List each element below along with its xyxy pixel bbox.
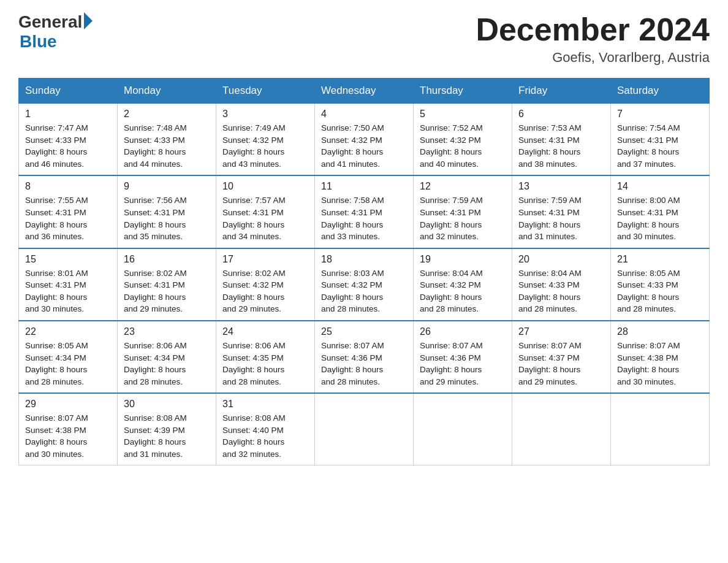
day-number: 28 <box>617 326 703 337</box>
week-row-1: 1 Sunrise: 7:47 AM Sunset: 4:33 PM Dayli… <box>19 104 710 176</box>
calendar-cell: 5 Sunrise: 7:52 AM Sunset: 4:32 PM Dayli… <box>414 104 512 176</box>
day-info: Sunrise: 8:08 AM Sunset: 4:40 PM Dayligh… <box>222 412 308 460</box>
header-sunday: Sunday <box>19 79 118 104</box>
day-number: 25 <box>321 326 407 337</box>
header-thursday: Thursday <box>414 79 512 104</box>
day-number: 6 <box>518 109 604 120</box>
day-number: 29 <box>25 399 111 410</box>
logo: General Blue <box>18 12 93 52</box>
day-number: 15 <box>25 254 111 265</box>
day-number: 23 <box>124 326 210 337</box>
header-saturday: Saturday <box>611 79 710 104</box>
day-info: Sunrise: 8:07 AM Sunset: 4:37 PM Dayligh… <box>518 340 604 388</box>
calendar-cell: 31 Sunrise: 8:08 AM Sunset: 4:40 PM Dayl… <box>216 393 315 465</box>
calendar-cell: 3 Sunrise: 7:49 AM Sunset: 4:32 PM Dayli… <box>216 104 315 176</box>
calendar-cell: 8 Sunrise: 7:55 AM Sunset: 4:31 PM Dayli… <box>19 175 118 248</box>
day-info: Sunrise: 8:07 AM Sunset: 4:38 PM Dayligh… <box>617 340 703 388</box>
logo-blue-text: Blue <box>20 32 57 52</box>
day-number: 1 <box>25 109 111 120</box>
page-header: General Blue December 2024 Goefis, Vorar… <box>18 12 710 66</box>
calendar-cell: 21 Sunrise: 8:05 AM Sunset: 4:33 PM Dayl… <box>611 248 710 321</box>
calendar-cell: 4 Sunrise: 7:50 AM Sunset: 4:32 PM Dayli… <box>315 104 414 176</box>
calendar-cell <box>611 393 710 465</box>
calendar-cell: 20 Sunrise: 8:04 AM Sunset: 4:33 PM Dayl… <box>512 248 611 321</box>
day-info: Sunrise: 7:59 AM Sunset: 4:31 PM Dayligh… <box>518 194 604 242</box>
calendar-cell: 1 Sunrise: 7:47 AM Sunset: 4:33 PM Dayli… <box>19 104 118 176</box>
day-number: 30 <box>124 399 210 410</box>
calendar-cell: 24 Sunrise: 8:06 AM Sunset: 4:35 PM Dayl… <box>216 321 315 393</box>
day-info: Sunrise: 8:07 AM Sunset: 4:36 PM Dayligh… <box>420 340 506 388</box>
day-info: Sunrise: 8:05 AM Sunset: 4:34 PM Dayligh… <box>25 340 111 388</box>
calendar-cell: 30 Sunrise: 8:08 AM Sunset: 4:39 PM Dayl… <box>118 393 216 465</box>
calendar-cell: 10 Sunrise: 7:57 AM Sunset: 4:31 PM Dayl… <box>216 175 315 248</box>
day-number: 5 <box>420 109 506 120</box>
day-info: Sunrise: 7:52 AM Sunset: 4:32 PM Dayligh… <box>420 122 506 170</box>
day-number: 2 <box>124 109 210 120</box>
day-info: Sunrise: 8:01 AM Sunset: 4:31 PM Dayligh… <box>25 267 111 315</box>
calendar-cell: 18 Sunrise: 8:03 AM Sunset: 4:32 PM Dayl… <box>315 248 414 321</box>
header-friday: Friday <box>512 79 611 104</box>
calendar-cell: 2 Sunrise: 7:48 AM Sunset: 4:33 PM Dayli… <box>118 104 216 176</box>
calendar-cell: 29 Sunrise: 8:07 AM Sunset: 4:38 PM Dayl… <box>19 393 118 465</box>
calendar-cell: 17 Sunrise: 8:02 AM Sunset: 4:32 PM Dayl… <box>216 248 315 321</box>
day-number: 11 <box>321 181 407 192</box>
calendar-cell: 25 Sunrise: 8:07 AM Sunset: 4:36 PM Dayl… <box>315 321 414 393</box>
day-info: Sunrise: 7:57 AM Sunset: 4:31 PM Dayligh… <box>222 194 308 242</box>
day-info: Sunrise: 7:55 AM Sunset: 4:31 PM Dayligh… <box>25 194 111 242</box>
day-number: 17 <box>222 254 308 265</box>
calendar-cell: 14 Sunrise: 8:00 AM Sunset: 4:31 PM Dayl… <box>611 175 710 248</box>
day-info: Sunrise: 8:06 AM Sunset: 4:35 PM Dayligh… <box>222 340 308 388</box>
logo-general-text: General <box>18 12 82 32</box>
day-info: Sunrise: 8:02 AM Sunset: 4:31 PM Dayligh… <box>124 267 210 315</box>
day-number: 19 <box>420 254 506 265</box>
header-monday: Monday <box>118 79 216 104</box>
day-info: Sunrise: 8:00 AM Sunset: 4:31 PM Dayligh… <box>617 194 703 242</box>
day-number: 13 <box>518 181 604 192</box>
calendar-cell: 9 Sunrise: 7:56 AM Sunset: 4:31 PM Dayli… <box>118 175 216 248</box>
calendar-cell <box>414 393 512 465</box>
day-number: 27 <box>518 326 604 337</box>
calendar-cell: 26 Sunrise: 8:07 AM Sunset: 4:36 PM Dayl… <box>414 321 512 393</box>
week-row-3: 15 Sunrise: 8:01 AM Sunset: 4:31 PM Dayl… <box>19 248 710 321</box>
day-number: 8 <box>25 181 111 192</box>
day-number: 22 <box>25 326 111 337</box>
week-row-4: 22 Sunrise: 8:05 AM Sunset: 4:34 PM Dayl… <box>19 321 710 393</box>
day-info: Sunrise: 8:07 AM Sunset: 4:36 PM Dayligh… <box>321 340 407 388</box>
logo-triangle-icon <box>84 12 93 29</box>
calendar-cell <box>512 393 611 465</box>
calendar-cell: 6 Sunrise: 7:53 AM Sunset: 4:31 PM Dayli… <box>512 104 611 176</box>
day-info: Sunrise: 7:56 AM Sunset: 4:31 PM Dayligh… <box>124 194 210 242</box>
day-info: Sunrise: 8:06 AM Sunset: 4:34 PM Dayligh… <box>124 340 210 388</box>
day-info: Sunrise: 7:59 AM Sunset: 4:31 PM Dayligh… <box>420 194 506 242</box>
day-number: 31 <box>222 399 308 410</box>
calendar-cell: 15 Sunrise: 8:01 AM Sunset: 4:31 PM Dayl… <box>19 248 118 321</box>
calendar-cell: 11 Sunrise: 7:58 AM Sunset: 4:31 PM Dayl… <box>315 175 414 248</box>
calendar-cell: 22 Sunrise: 8:05 AM Sunset: 4:34 PM Dayl… <box>19 321 118 393</box>
day-info: Sunrise: 7:54 AM Sunset: 4:31 PM Dayligh… <box>617 122 703 170</box>
day-number: 9 <box>124 181 210 192</box>
day-info: Sunrise: 7:58 AM Sunset: 4:31 PM Dayligh… <box>321 194 407 242</box>
day-number: 16 <box>124 254 210 265</box>
calendar-table: Sunday Monday Tuesday Wednesday Thursday… <box>18 78 710 465</box>
day-info: Sunrise: 8:04 AM Sunset: 4:33 PM Dayligh… <box>518 267 604 315</box>
header-wednesday: Wednesday <box>315 79 414 104</box>
calendar-cell: 19 Sunrise: 8:04 AM Sunset: 4:32 PM Dayl… <box>414 248 512 321</box>
day-number: 20 <box>518 254 604 265</box>
month-year-title: December 2024 <box>476 12 710 47</box>
day-info: Sunrise: 7:50 AM Sunset: 4:32 PM Dayligh… <box>321 122 407 170</box>
day-header-row: Sunday Monday Tuesday Wednesday Thursday… <box>19 79 710 104</box>
day-number: 7 <box>617 109 703 120</box>
day-info: Sunrise: 8:05 AM Sunset: 4:33 PM Dayligh… <box>617 267 703 315</box>
day-info: Sunrise: 7:49 AM Sunset: 4:32 PM Dayligh… <box>222 122 308 170</box>
day-info: Sunrise: 8:04 AM Sunset: 4:32 PM Dayligh… <box>420 267 506 315</box>
calendar-cell: 12 Sunrise: 7:59 AM Sunset: 4:31 PM Dayl… <box>414 175 512 248</box>
day-info: Sunrise: 7:53 AM Sunset: 4:31 PM Dayligh… <box>518 122 604 170</box>
week-row-5: 29 Sunrise: 8:07 AM Sunset: 4:38 PM Dayl… <box>19 393 710 465</box>
day-info: Sunrise: 7:47 AM Sunset: 4:33 PM Dayligh… <box>25 122 111 170</box>
week-row-2: 8 Sunrise: 7:55 AM Sunset: 4:31 PM Dayli… <box>19 175 710 248</box>
calendar-cell: 23 Sunrise: 8:06 AM Sunset: 4:34 PM Dayl… <box>118 321 216 393</box>
day-info: Sunrise: 8:02 AM Sunset: 4:32 PM Dayligh… <box>222 267 308 315</box>
day-info: Sunrise: 8:08 AM Sunset: 4:39 PM Dayligh… <box>124 412 210 460</box>
logo-top: General <box>18 12 93 32</box>
day-info: Sunrise: 8:07 AM Sunset: 4:38 PM Dayligh… <box>25 412 111 460</box>
